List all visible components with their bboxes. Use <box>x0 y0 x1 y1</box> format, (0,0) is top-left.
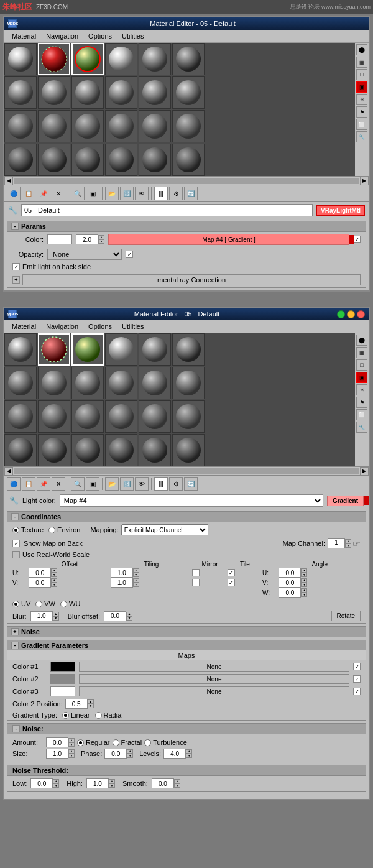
sphere-1-0[interactable] <box>4 76 37 109</box>
toolbar-btn-sphere[interactable]: ⬤ <box>356 44 367 55</box>
tb2-assign-material[interactable]: 📌 <box>37 477 50 491</box>
blur-offset-input[interactable]: 0.0 <box>104 611 126 621</box>
win-close-btn-2[interactable] <box>357 310 365 318</box>
color2-swatch[interactable] <box>50 674 75 684</box>
tb2-material-stats[interactable]: ⚙ <box>169 477 183 491</box>
u-offset-up[interactable]: ▲ <box>51 568 57 573</box>
v-tile-checkbox[interactable]: ✓ <box>228 579 235 586</box>
sphere-1-2[interactable] <box>71 76 104 109</box>
tb-put-to-scene[interactable]: 📋 <box>22 187 35 200</box>
w-angle-up[interactable]: ▲ <box>301 588 307 593</box>
vw-radio[interactable] <box>35 601 42 607</box>
sphere2-2-1[interactable] <box>38 400 70 433</box>
high-input[interactable]: 1.0 <box>86 778 109 788</box>
toolbar-btn-light2[interactable]: ⚑ <box>356 106 367 118</box>
color-value-input-1[interactable]: 2.0 <box>76 234 98 244</box>
v-tiling-down[interactable]: ▼ <box>133 583 139 587</box>
params-collapse-1[interactable]: - <box>11 223 19 230</box>
sphere2-0-1[interactable] <box>38 333 70 366</box>
sphere2-3-1[interactable] <box>38 434 70 466</box>
v-tiling-input[interactable]: 1.0 <box>111 578 133 588</box>
sphere2-3-0[interactable] <box>4 434 37 466</box>
toolbar2-btn-color[interactable]: ▣ <box>356 372 367 383</box>
size-input[interactable]: 1.0 <box>46 749 68 759</box>
sphere2-0-3[interactable] <box>105 333 137 366</box>
phase-up[interactable]: ▲ <box>127 749 133 754</box>
tb2-reset-all[interactable]: 🔄 <box>184 477 198 491</box>
rotate-btn[interactable]: Rotate <box>331 611 361 621</box>
low-down[interactable]: ▼ <box>53 783 59 788</box>
coords-header[interactable]: - Coordinates <box>7 512 366 522</box>
texture-radio[interactable] <box>12 527 19 533</box>
sphere-0-2[interactable] <box>71 43 104 75</box>
sphere-0-5[interactable] <box>172 43 205 75</box>
tb2-material-library[interactable]: 📂 <box>105 477 119 491</box>
v-angle-input[interactable]: 0.0 <box>279 578 301 588</box>
sphere2-1-2[interactable] <box>71 367 104 399</box>
win-max-btn-2[interactable] <box>337 310 345 318</box>
sphere2-2-2[interactable] <box>71 400 104 433</box>
size-up[interactable]: ▲ <box>68 749 75 754</box>
tb-material-library[interactable]: 📂 <box>105 187 119 200</box>
blur-offset-down[interactable]: ▼ <box>126 616 132 621</box>
noise-plus[interactable]: + <box>11 628 19 635</box>
color-up-1[interactable]: ▲ <box>98 235 104 239</box>
tb2-pick-from-obj[interactable]: 🔍 <box>71 477 85 491</box>
sphere2-2-0[interactable] <box>4 400 37 433</box>
toolbar-btn-smooth[interactable]: □ <box>356 69 367 80</box>
levels-up[interactable]: ▲ <box>186 749 192 754</box>
toolbar2-btn-light2[interactable]: ⚑ <box>356 397 367 408</box>
sphere-2-3[interactable] <box>105 110 137 142</box>
u-offset-input[interactable]: 0.0 <box>29 568 51 578</box>
uv-radio[interactable] <box>12 601 19 607</box>
color2-none-btn[interactable]: None <box>79 674 349 684</box>
toolbar2-btn-checker[interactable]: ▦ <box>356 347 367 358</box>
sphere2-3-5[interactable] <box>172 434 205 466</box>
u-angle-down[interactable]: ▼ <box>301 573 307 577</box>
sphere2-0-0[interactable] <box>4 333 37 366</box>
sphere2-2-3[interactable] <box>105 400 137 433</box>
low-up[interactable]: ▲ <box>53 779 59 783</box>
sphere-3-2[interactable] <box>71 144 104 176</box>
sphere-1-5[interactable] <box>172 76 205 109</box>
color1-none-btn[interactable]: None <box>79 662 349 672</box>
map-channel-down[interactable]: ▼ <box>345 543 351 548</box>
color3-checkbox[interactable]: ✓ <box>353 688 361 695</box>
sphere-1-4[interactable] <box>139 76 171 109</box>
sphere-0-0[interactable] <box>4 43 37 75</box>
sphere2-1-0[interactable] <box>4 367 37 399</box>
color2-pos-down[interactable]: ▼ <box>88 704 94 708</box>
fractal-radio[interactable] <box>113 739 119 746</box>
thresh-header[interactable]: Noise Threshold: <box>7 765 366 776</box>
material-type-btn-1[interactable]: VRayLightMtl <box>316 205 365 216</box>
sphere-2-4[interactable] <box>139 110 171 142</box>
toolbar2-btn-smooth[interactable]: □ <box>356 359 367 371</box>
sphere2-3-3[interactable] <box>105 434 137 466</box>
v-offset-input[interactable]: 0.0 <box>29 578 51 588</box>
tb2-put-to-scene[interactable]: 📋 <box>22 477 35 491</box>
amount-down[interactable]: ▼ <box>68 742 75 747</box>
color2-pos-input[interactable]: 0.5 <box>65 699 88 709</box>
wu-radio[interactable] <box>60 601 67 607</box>
phase-down[interactable]: ▼ <box>127 754 133 758</box>
sphere-3-3[interactable] <box>105 144 137 176</box>
menu-navigation-2[interactable]: Navigation <box>41 321 83 331</box>
amount-up[interactable]: ▲ <box>68 738 75 742</box>
u-tile-checkbox[interactable]: ✓ <box>228 569 235 576</box>
color1-checkbox[interactable]: ✓ <box>353 663 361 670</box>
color3-none-btn[interactable]: None <box>79 686 349 696</box>
u-angle-input[interactable]: 0.0 <box>279 568 301 578</box>
toolbar-btn-light1[interactable]: ☀ <box>356 94 367 105</box>
hscroll-right-2[interactable]: ▶ <box>360 467 369 476</box>
levels-input[interactable]: 4.0 <box>163 749 186 759</box>
noise-header[interactable]: + Noise <box>7 627 366 637</box>
tb-material-effects[interactable]: 🔢 <box>120 187 134 200</box>
hscroll-left-1[interactable]: ◀ <box>4 177 13 185</box>
sphere-3-1[interactable] <box>38 144 70 176</box>
coords-collapse[interactable]: - <box>11 513 19 520</box>
smooth-up[interactable]: ▲ <box>174 779 180 783</box>
hscroll-track-2[interactable] <box>14 468 359 474</box>
hscroll-1[interactable]: ◀ ▶ <box>4 176 369 185</box>
sphere-2-5[interactable] <box>172 110 205 142</box>
use-real-world-checkbox[interactable] <box>12 551 20 558</box>
